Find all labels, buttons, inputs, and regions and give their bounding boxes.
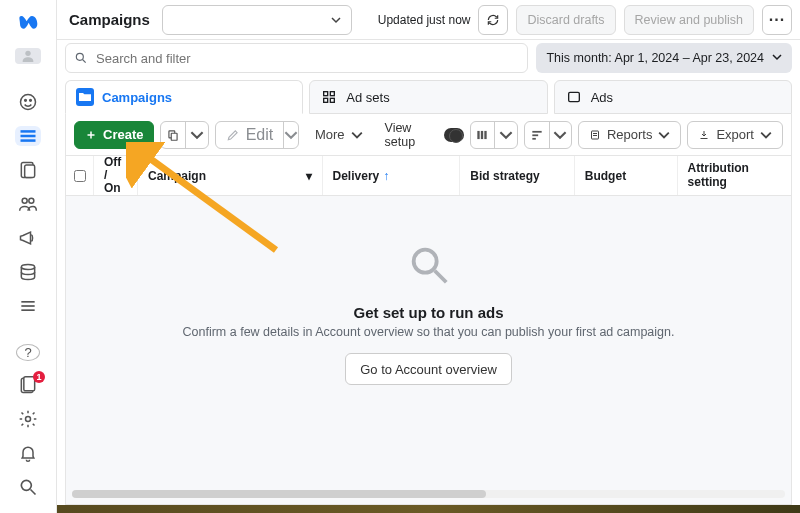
sync-status: Updated just now bbox=[378, 13, 471, 27]
go-to-overview-button[interactable]: Go to Account overview bbox=[345, 353, 512, 385]
search-icon[interactable] bbox=[15, 477, 41, 497]
select-all-checkbox[interactable] bbox=[74, 170, 86, 182]
ads-reporting-icon[interactable] bbox=[15, 160, 41, 180]
view-setup-toggle[interactable]: View setup bbox=[385, 121, 464, 149]
bell-icon[interactable] bbox=[15, 443, 41, 463]
caret-down-icon bbox=[772, 51, 782, 65]
refresh-button[interactable] bbox=[478, 5, 508, 35]
folder-icon bbox=[76, 88, 94, 106]
svg-point-18 bbox=[21, 480, 31, 490]
date-range-picker[interactable]: This month: Apr 1, 2024 – Apr 23, 2024 bbox=[536, 43, 792, 73]
all-tools-icon[interactable] bbox=[15, 296, 41, 316]
create-button[interactable]: Create bbox=[74, 121, 154, 149]
avatar[interactable] bbox=[15, 48, 41, 64]
columns-button[interactable] bbox=[471, 122, 496, 148]
svg-rect-43 bbox=[532, 134, 538, 136]
edit-dropdown[interactable] bbox=[284, 122, 298, 148]
review-publish-button[interactable]: Review and publish bbox=[624, 5, 754, 35]
page-title: Campaigns bbox=[65, 11, 154, 28]
create-label: Create bbox=[103, 127, 143, 142]
svg-rect-33 bbox=[331, 98, 335, 102]
svg-rect-30 bbox=[324, 92, 328, 96]
more-menu[interactable]: More bbox=[305, 121, 373, 149]
col-delivery[interactable]: Delivery ↑ bbox=[323, 156, 461, 195]
caret-down-icon bbox=[331, 11, 341, 29]
svg-point-2 bbox=[25, 100, 27, 102]
copy-icon bbox=[166, 128, 180, 142]
svg-rect-6 bbox=[21, 139, 36, 142]
billing-icon[interactable] bbox=[15, 262, 41, 282]
svg-line-50 bbox=[434, 271, 446, 283]
left-nav-rail: ? 1 bbox=[0, 0, 56, 513]
col-campaign[interactable]: Campaign ▾ bbox=[138, 156, 323, 195]
table-toolbar: Create Edit More View setup bbox=[65, 114, 792, 156]
edit-segment: Edit bbox=[215, 121, 299, 149]
notification-badge: 1 bbox=[33, 371, 45, 383]
edit-button[interactable]: Edit bbox=[216, 122, 285, 148]
reports-label: Reports bbox=[607, 127, 653, 142]
select-all-cell[interactable] bbox=[66, 156, 94, 195]
svg-point-28 bbox=[76, 53, 83, 60]
caret-down-icon bbox=[658, 129, 670, 141]
main-panel: Campaigns Updated just now Discard draft… bbox=[56, 0, 800, 513]
columns-dropdown[interactable] bbox=[495, 122, 516, 148]
plus-icon bbox=[85, 129, 97, 141]
top-bar: Campaigns Updated just now Discard draft… bbox=[57, 0, 800, 40]
notifications-icon[interactable]: 1 bbox=[15, 375, 41, 395]
tab-ads[interactable]: Ads bbox=[554, 80, 792, 114]
date-range-label: This month: Apr 1, 2024 – Apr 23, 2024 bbox=[546, 51, 764, 65]
reports-button[interactable]: Reports bbox=[578, 121, 682, 149]
search-filter-box[interactable] bbox=[65, 43, 528, 73]
export-button[interactable]: Export bbox=[687, 121, 783, 149]
tab-adsets[interactable]: Ad sets bbox=[309, 80, 547, 114]
help-button[interactable]: ? bbox=[16, 344, 40, 361]
account-overview-icon[interactable] bbox=[15, 92, 41, 112]
audiences-icon[interactable] bbox=[15, 194, 41, 214]
svg-rect-38 bbox=[172, 133, 178, 140]
overflow-menu-button[interactable]: ··· bbox=[762, 5, 792, 35]
svg-rect-31 bbox=[331, 92, 335, 96]
empty-title: Get set up to run ads bbox=[353, 304, 503, 321]
duplicate-dropdown[interactable] bbox=[186, 122, 207, 148]
sort-asc-icon: ↑ bbox=[383, 169, 389, 183]
svg-rect-41 bbox=[485, 130, 487, 138]
breakdown-button[interactable] bbox=[525, 122, 550, 148]
export-label: Export bbox=[716, 127, 754, 142]
svg-line-19 bbox=[31, 490, 36, 495]
level-tabs: Campaigns Ad sets Ads bbox=[57, 76, 800, 114]
svg-rect-4 bbox=[21, 130, 36, 133]
megaphone-icon[interactable] bbox=[15, 228, 41, 248]
breakdown-dropdown[interactable] bbox=[550, 122, 571, 148]
account-dropdown[interactable] bbox=[162, 5, 352, 35]
empty-subtitle: Confirm a few details in Account overvie… bbox=[183, 325, 675, 339]
svg-point-9 bbox=[22, 198, 27, 203]
tab-label: Ads bbox=[591, 90, 613, 105]
col-onoff[interactable]: Off / On bbox=[94, 156, 138, 195]
svg-point-3 bbox=[30, 100, 32, 102]
svg-point-11 bbox=[21, 265, 34, 270]
report-icon bbox=[589, 129, 601, 141]
discard-drafts-button[interactable]: Discard drafts bbox=[516, 5, 615, 35]
caret-down-icon bbox=[760, 129, 772, 141]
scrollbar-thumb[interactable] bbox=[72, 490, 486, 498]
svg-rect-40 bbox=[481, 130, 483, 138]
svg-line-29 bbox=[83, 60, 86, 63]
horizontal-scrollbar[interactable] bbox=[72, 490, 785, 498]
svg-point-17 bbox=[26, 417, 31, 422]
search-input[interactable] bbox=[96, 51, 519, 66]
campaigns-table-icon[interactable] bbox=[15, 126, 41, 146]
duplicate-button[interactable] bbox=[161, 122, 186, 148]
grid-icon bbox=[320, 88, 338, 106]
col-attribution[interactable]: Attribution setting bbox=[678, 156, 791, 195]
pencil-icon bbox=[226, 128, 240, 142]
settings-icon[interactable] bbox=[15, 409, 41, 429]
col-bid[interactable]: Bid strategy bbox=[460, 156, 574, 195]
toggle-icon bbox=[444, 128, 463, 142]
tab-label: Campaigns bbox=[102, 90, 172, 105]
breakdown-icon bbox=[530, 128, 544, 142]
svg-rect-5 bbox=[21, 135, 36, 138]
view-setup-label: View setup bbox=[385, 121, 439, 149]
col-budget[interactable]: Budget bbox=[575, 156, 678, 195]
meta-logo[interactable] bbox=[14, 10, 42, 34]
tab-campaigns[interactable]: Campaigns bbox=[65, 80, 303, 114]
